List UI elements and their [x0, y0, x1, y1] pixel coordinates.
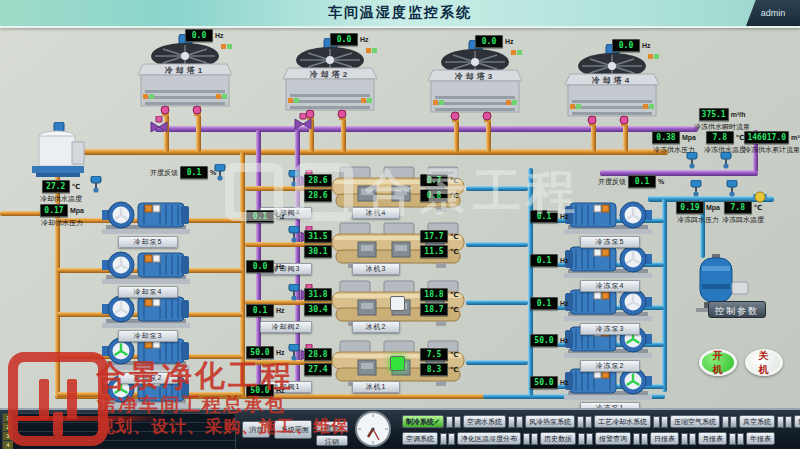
reading-label: 冷却供水压力	[41, 218, 83, 228]
unit-label: Hz	[560, 300, 569, 307]
alarm-row[interactable]: 2	[3, 423, 235, 432]
nav-button[interactable]: 报警查询	[595, 432, 631, 445]
stop-button[interactable]: 关机	[745, 349, 783, 376]
cooling-tower[interactable]	[133, 34, 237, 118]
reading-row: 7.8℃	[706, 131, 744, 144]
hmi-screen: 车间温湿度监控系统 admin 冷却塔10.0Hz 冷却塔20.0Hz 冷却塔3…	[0, 0, 800, 449]
nav-button[interactable]: 真空系统	[739, 415, 775, 428]
unit-label: ℃	[736, 134, 744, 142]
supply-temp-reading: 7.8℃冷冻供水温度	[704, 131, 746, 155]
nav-button[interactable]: 空调系统	[402, 432, 438, 445]
alarm-row-number: 2	[3, 423, 13, 431]
cooling-tower[interactable]	[423, 40, 527, 124]
reading-label: 冷冻供水压力	[653, 145, 695, 155]
unit-label: Hz	[505, 38, 514, 45]
transmitter-icon[interactable]	[720, 152, 732, 173]
start-button[interactable]: 开机	[699, 349, 737, 376]
transmitter-icon[interactable]	[726, 180, 738, 201]
supply-temp-reading: 27.2℃冷却供水温度	[40, 180, 82, 204]
transmitter-icon[interactable]	[90, 176, 102, 197]
title-bar: 车间温湿度监控系统 admin	[0, 0, 800, 28]
nav-button[interactable]: 压缩空气系统	[670, 415, 720, 428]
pipe	[662, 199, 667, 392]
control-params-button[interactable]: 控制参数	[708, 301, 766, 318]
mute-button[interactable]: 消音	[242, 421, 270, 438]
value-display: 50.0	[246, 384, 274, 397]
screen-switch-button[interactable]: 系统画面	[274, 420, 312, 439]
value-display: 11.5	[420, 245, 448, 258]
pump[interactable]	[100, 246, 192, 290]
logout-button[interactable]: 注销	[316, 435, 348, 446]
unit-label: Hz	[560, 213, 569, 220]
value-display: 0.1	[628, 175, 656, 188]
unit-label: Hz	[215, 32, 224, 39]
unit-label: ℃	[450, 306, 458, 314]
reading-row: 146017.0m³	[744, 131, 799, 144]
nav-button[interactable]: 月报表	[698, 432, 727, 445]
tower-label: 冷却塔3	[437, 71, 513, 82]
login-button[interactable]: 登录	[316, 421, 348, 432]
motorized-valve-icon[interactable]	[150, 116, 168, 137]
alarm-row[interactable]: 4	[3, 441, 235, 449]
supply-total-flow-reading: 146017.0m³冷冻供水累计流量	[744, 131, 800, 155]
chiller-label: 冰机1	[352, 381, 400, 393]
alarm-row[interactable]: 3	[3, 432, 235, 441]
nav-button[interactable]: 历史数据	[540, 432, 576, 445]
tower-label: 冷却塔1	[147, 65, 223, 76]
unit-label: m³	[791, 134, 800, 141]
tower-frequency: 0.0Hz	[612, 39, 651, 52]
footer-bar: 1234 消音 系统画面 登录 注销 制冷系统✔空调水系统风冷热泵系统工艺冷却水…	[0, 408, 800, 449]
nav-button[interactable]: 氮气系统	[794, 415, 800, 428]
nav-button[interactable]: 风冷热泵系统	[525, 415, 575, 428]
nav-indicator-lights	[508, 416, 523, 428]
pump-frequency: 0.1Hz	[530, 254, 569, 267]
tower-frequency: 0.0Hz	[475, 35, 514, 48]
nav-indicator-lights	[777, 416, 792, 428]
unit-label: ℃	[450, 351, 458, 359]
value-display: 0.19	[676, 201, 704, 214]
motorized-valve-icon[interactable]	[294, 113, 312, 134]
pump-label: 冷冻泵2	[580, 360, 640, 372]
value-display: 0.0	[475, 35, 503, 48]
value-display: 7.8	[724, 201, 752, 214]
chiller-label: 冰机3	[352, 263, 400, 275]
nav-button[interactable]: 年报表	[746, 432, 775, 445]
reading-label: 冷冻供水累计流量	[744, 145, 800, 155]
pump-frequency: 0.0Hz	[246, 260, 285, 273]
unit-label: Hz	[276, 263, 285, 270]
value-display: 375.1	[699, 108, 729, 121]
pump[interactable]	[562, 196, 654, 240]
reading-row: 375.1m³/h	[699, 108, 746, 121]
return-temp-reading: 7.8℃冷冻回水温度	[722, 201, 764, 225]
value-display: 0.0	[330, 33, 358, 46]
unit-label: Mpa	[706, 204, 720, 211]
cooling-tower[interactable]	[560, 44, 664, 128]
nav-button[interactable]: 日报表	[650, 432, 679, 445]
alarm-text	[17, 416, 167, 421]
unit-label: ℃	[754, 204, 762, 212]
nav-button[interactable]: 制冷系统✔	[402, 415, 444, 428]
water-tank[interactable]	[30, 122, 88, 184]
nav-button[interactable]: 空调水系统	[463, 415, 506, 428]
unit-label: ℃	[450, 177, 458, 185]
cooling-tower[interactable]	[278, 38, 382, 122]
transmitter-icon[interactable]	[686, 152, 698, 173]
transmitter-icon[interactable]	[690, 180, 702, 201]
pump-frequency: 50.0Hz	[246, 346, 285, 359]
pipe	[341, 118, 346, 152]
nav-button[interactable]: 工艺冷却水系统	[594, 415, 651, 428]
reading-label: 冷冻回水压力	[677, 215, 719, 225]
reading-label: 开度反馈	[598, 177, 626, 187]
unit-label: Hz	[276, 387, 285, 394]
pump[interactable]	[100, 196, 192, 240]
nav-button[interactable]: 净化区温湿度分布	[457, 432, 521, 445]
pump-frequency: 0.1Hz	[246, 304, 285, 317]
alarm-list[interactable]: 1234	[2, 413, 236, 449]
unit-label: Hz	[276, 307, 285, 314]
chiller-outlet-temp: 18.7℃	[420, 303, 458, 316]
tower-frequency: 0.0Hz	[185, 29, 224, 42]
alarm-row[interactable]: 1	[3, 414, 235, 423]
page-title: 车间温湿度监控系统	[0, 4, 800, 22]
unit-label: Hz	[276, 213, 285, 220]
value-display: 50.0	[530, 334, 558, 347]
